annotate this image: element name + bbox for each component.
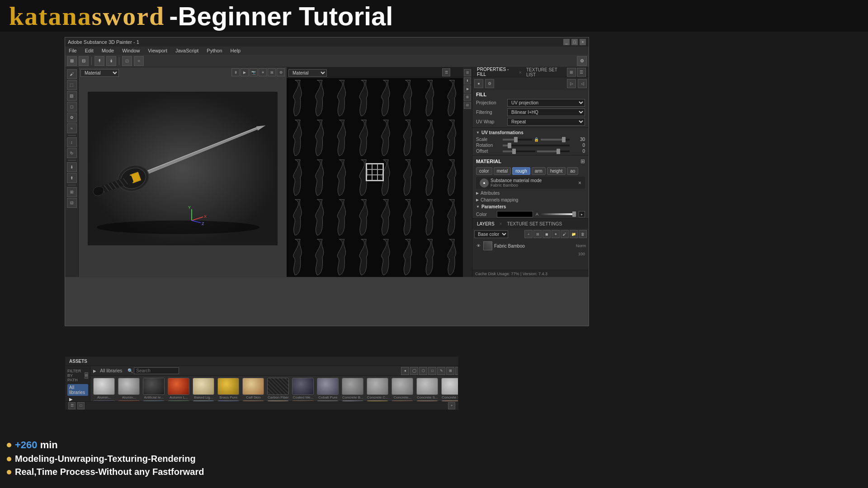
filtering-select[interactable]: Bilinear I+HQ [507,108,585,116]
asset-calf[interactable]: Calf Skin [241,378,265,399]
menu-help[interactable]: Help [229,48,243,53]
asset-artificial[interactable]: Artificial Ie... [142,378,165,399]
tool-select[interactable]: ⬚ [67,80,77,90]
viewport-play-btn[interactable]: ▶ [241,68,249,76]
search-input[interactable] [134,367,179,374]
mat-tab-arm[interactable]: arm [532,167,546,175]
sidebar-project[interactable]: ▶ Project [67,396,88,401]
layer-mask-btn[interactable]: ◼ [542,230,551,238]
mat-tab-rough[interactable]: rough [512,167,530,175]
assets-bottom-btn1[interactable]: ☰ [68,402,75,409]
asset-brass[interactable]: Brass Pure [217,378,240,399]
prop-right-2[interactable]: ◁ [578,79,587,88]
assets-icon-4[interactable]: □ [428,367,436,375]
substance-close[interactable]: × [578,180,581,186]
mat-tab-height[interactable]: height [547,167,566,175]
tool-export[interactable]: ⬇ [67,162,77,172]
uv-icon-btn-1[interactable]: ☰ [442,68,450,76]
parameters-row[interactable]: ▼ Parameters [472,203,589,210]
asset-cobalt[interactable]: Cobalt Pure [316,378,340,399]
asset-concrete-s2[interactable]: Concrete S... [440,378,458,399]
assets-icon-1[interactable]: ● [401,367,409,375]
panel-icon-2[interactable]: ☰ [577,68,586,77]
asset-aluminum[interactable]: Alumin... [92,378,116,399]
assets-icon-5[interactable]: ✎ [437,367,445,375]
layer-vis-icon[interactable]: 👁 [475,243,481,249]
assets-icon-2[interactable]: ◯ [410,367,418,375]
tab-properties-fill[interactable]: PROPERTIES - FILL [475,66,516,79]
assets-bottom-add[interactable]: + [448,402,455,409]
viewport-grid-btn[interactable]: ⊞ [268,68,276,76]
channels-row[interactable]: ▶ Channels mapping [472,197,589,203]
tool-rotate[interactable]: ↻ [67,148,77,158]
viewport-settings-btn[interactable]: ⚙ [277,68,285,76]
assets-icon-7[interactable]: ☰ [455,367,458,375]
asset-concrete[interactable]: Concrete... [391,378,414,399]
maximize-button[interactable]: □ [571,39,578,45]
layer-blend-select[interactable]: Base color [474,230,508,238]
alpha-num[interactable]: ▸ [579,211,585,217]
toolbar-circle-btn[interactable]: ○ [134,56,144,66]
mat-tab-color[interactable]: color [476,167,492,175]
tool-paint[interactable]: 🖌 [67,69,77,79]
scale-slider-2[interactable] [541,139,570,141]
color-swatch[interactable] [497,211,533,217]
uv-left-select[interactable]: Material [288,69,327,77]
toolbar-square-btn[interactable]: □ [122,56,132,66]
projection-select[interactable]: UV projection [507,99,585,107]
asset-concrete-b[interactable]: Concrete B... [341,378,364,399]
layer-copy-btn[interactable]: ⊞ [533,230,542,238]
tab-texture-set[interactable]: TEXTURE SET LIST [524,66,565,78]
layer-add-btn[interactable]: + [524,230,533,238]
tool-import[interactable]: ⬆ [67,173,77,183]
prop-right-1[interactable]: ▷ [567,79,576,88]
uv-transform-header[interactable]: ▼ UV transformations [472,129,589,136]
menu-javascript[interactable]: JavaScript [174,48,200,53]
viewport-cam-btn[interactable]: 📷 [250,68,258,76]
right-tool-5[interactable]: ⊟ [464,102,471,109]
right-tool-4[interactable]: ⊞ [464,94,471,101]
prop-settings-icon[interactable]: ⚙ [485,79,494,88]
tool-smudge[interactable]: ≈ [67,123,77,133]
alpha-slider[interactable] [540,213,576,215]
tool-erase[interactable]: ◻ [67,102,77,112]
right-tool-2[interactable]: ⬆ [464,77,471,84]
viewport-pause-btn[interactable]: ⏸ [231,68,240,76]
menu-python[interactable]: Python [205,48,224,53]
toolbar-add-btn[interactable]: ↟ [94,56,104,66]
minimize-button[interactable]: _ [563,39,570,45]
tool-fill[interactable]: ▧ [67,91,77,101]
menu-mode[interactable]: Mode [100,48,116,53]
attributes-row[interactable]: ▶ Attributes [472,190,589,197]
tab-layers[interactable]: LAYERS [475,221,496,227]
offset-slider-1[interactable] [503,150,535,152]
lock-icon[interactable]: 🔒 [534,137,539,142]
right-tool-1[interactable]: ☰ [464,69,471,76]
rotation-slider[interactable] [503,145,570,146]
layer-effect-btn[interactable]: ✦ [552,230,560,238]
tab-texture-set-settings[interactable]: TEXTURE SET SETTINGS [505,221,564,227]
material-icon[interactable]: ⊞ [580,158,585,164]
mat-tab-ao[interactable]: ao [567,167,578,175]
layer-folder-btn[interactable]: 📁 [570,230,578,238]
tool-move[interactable]: ↕ [67,137,77,147]
close-button[interactable]: × [580,39,586,45]
tool-layers[interactable]: ⊞ [67,187,77,197]
mat-tab-metal[interactable]: metal [494,167,511,175]
menu-viewport[interactable]: Viewport [146,48,169,53]
uvwrap-select[interactable]: Repeat [507,118,585,126]
asset-concrete-s1[interactable]: Concrete S... [415,378,439,399]
asset-baked[interactable]: Baked Lig... [192,378,215,399]
sidebar-all-libraries[interactable]: All libraries [67,384,88,396]
assets-bottom-btn2[interactable]: □ [77,402,85,409]
toolbar-down-btn[interactable]: ↡ [106,56,116,66]
layer-item-fabric[interactable]: 👁 Fabric Bamboo Norm [472,240,589,251]
viewport-left-select[interactable]: Material [80,69,119,77]
asset-aluminum2[interactable]: Alumin... [117,378,141,399]
offset-slider-2[interactable] [537,150,570,152]
toolbar-grid-btn[interactable]: ⊞ [67,56,77,66]
asset-carbon[interactable]: Carbon Fiber [266,378,290,399]
menu-window[interactable]: Window [120,48,142,53]
asset-concrete-c[interactable]: Concrete C... [366,378,389,399]
prop-sphere-icon[interactable]: ● [474,79,483,88]
